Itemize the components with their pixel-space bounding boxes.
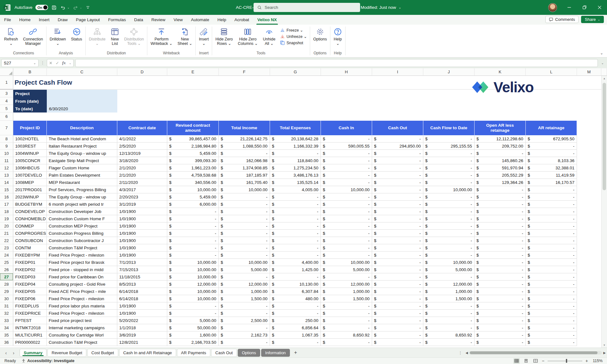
cell-amount[interactable]: $- [475, 252, 526, 259]
cell-description[interactable]: Internal marketing campaigns [47, 324, 117, 331]
cell-amount[interactable]: $- [372, 164, 423, 172]
cell-amount[interactable]: $- [270, 201, 321, 208]
cell-project-id[interactable]: 1002HOTEL [13, 135, 47, 143]
row-header-32[interactable]: 32 [0, 310, 13, 317]
cell-amount[interactable]: $- [526, 237, 577, 244]
new-sheet-button[interactable]: New Sheet ⌄ [175, 26, 195, 47]
cell-contract-date[interactable]: 11/18/2015 [117, 273, 167, 281]
cell-amount[interactable]: $- [321, 310, 372, 317]
cell-amount[interactable]: $- [475, 310, 526, 317]
cell-amount[interactable]: $- [372, 237, 423, 244]
cell-amount[interactable]: $- [372, 186, 423, 193]
row-header-21[interactable]: 21 [0, 230, 13, 237]
sheet-tab-options[interactable]: Options [238, 349, 260, 357]
cell-amount[interactable]: $- [526, 310, 577, 317]
cell-amount[interactable]: $10,000.00 [167, 273, 219, 281]
cell-amount[interactable]: $- [475, 186, 526, 193]
cell-amount[interactable]: $- [423, 324, 475, 331]
cell-amount[interactable]: $- [526, 186, 577, 193]
cell-amount[interactable]: $- [219, 244, 270, 252]
cell-contract-date[interactable]: 2/20/2023 [117, 193, 167, 201]
cell-project-id[interactable]: CONDEVELOP [13, 208, 47, 215]
cell-amount[interactable]: $- [423, 273, 475, 281]
zoom-slider-knob[interactable] [566, 359, 567, 363]
share-button[interactable]: Share ⌄ [581, 16, 604, 23]
search-input[interactable]: Search [254, 3, 360, 12]
perform-writeback-button[interactable]: Perform Writeback ⌄ [148, 26, 175, 47]
cell-amount[interactable]: $- [270, 273, 321, 281]
formula-input[interactable] [75, 59, 598, 67]
close-button[interactable] [592, 0, 607, 15]
cell-amount[interactable]: $- [321, 215, 372, 222]
cell-amount[interactable]: $- [372, 281, 423, 288]
cell-amount[interactable]: $- [167, 310, 219, 317]
cell-amount[interactable]: $- [372, 252, 423, 259]
cell-amount[interactable]: $250.00 [270, 317, 321, 324]
cell-amount[interactable]: $- [270, 222, 321, 230]
row-header-24[interactable]: 24 [0, 252, 13, 259]
cell-amount[interactable]: $1,500.00 [423, 295, 475, 302]
cell-amount[interactable]: $- [526, 222, 577, 230]
cell-amount[interactable]: $- [526, 259, 577, 266]
cell-amount[interactable]: $118,840.00 [270, 157, 321, 164]
cell-contract-date[interactable]: 2/5/2020 [117, 143, 167, 150]
cell-amount[interactable]: $- [423, 317, 475, 324]
cell-amount[interactable]: $- [526, 295, 577, 302]
row-header-29[interactable]: 29 [0, 288, 13, 295]
cell-amount[interactable]: $- [167, 222, 219, 230]
options-button[interactable]: Options [311, 26, 329, 43]
cell-project-id[interactable]: CONSUBCON [13, 237, 47, 244]
cell-amount[interactable]: $- [321, 222, 372, 230]
cell-amount[interactable]: $- [423, 310, 475, 317]
cell-amount[interactable]: $590,005.55 [321, 143, 372, 150]
cell-amount[interactable]: $- [423, 135, 475, 143]
cell-project-id[interactable]: MULTICURR1 [13, 331, 47, 339]
cell-amount[interactable]: $10,000.00 [219, 186, 270, 193]
cell-description[interactable]: Italian Restaurant Project [47, 143, 117, 150]
page-layout-view-icon[interactable] [523, 358, 529, 364]
cell-amount[interactable]: $205,552.29 [475, 172, 526, 179]
cell-amount[interactable]: $145,860.26 [475, 157, 526, 164]
ribbon-tab-review[interactable]: Review [147, 15, 169, 25]
row-header-14[interactable]: 14 [0, 179, 13, 186]
row-header-7[interactable]: 7 [0, 121, 13, 135]
cell-amount[interactable]: $- [423, 172, 475, 179]
modified-chevron-icon[interactable]: ⌄ [399, 6, 401, 9]
cell-description[interactable]: Eastgate Strip Mall Project [47, 157, 117, 164]
cell-description[interactable]: Fixed ACE Price Project - mile [47, 288, 117, 295]
cell-amount[interactable]: $- [475, 244, 526, 252]
cell-amount[interactable]: $20,138,642.28 [270, 135, 321, 143]
ribbon-tab-automate[interactable]: Automate [187, 15, 213, 25]
row-header-13[interactable]: 13 [0, 172, 13, 179]
cell-project-id[interactable]: INTMKT2018 [13, 324, 47, 331]
cell-amount[interactable]: $8,103.36 [526, 157, 577, 164]
cell-amount[interactable]: $- [219, 230, 270, 237]
cell-amount[interactable]: $- [372, 222, 423, 230]
cell-amount[interactable]: $295,155.55 [423, 143, 475, 150]
cell-amount[interactable]: $- [526, 150, 577, 157]
cell-description[interactable]: Fixed price labor plus materia [47, 302, 117, 310]
cell-amount[interactable]: $- [475, 317, 526, 324]
cell-amount[interactable]: $- [321, 237, 372, 244]
cell-amount[interactable]: $10,000.00 [167, 186, 219, 193]
cell-amount[interactable]: $2,500.00 [219, 317, 270, 324]
cell-amount[interactable]: $- [475, 273, 526, 281]
cell-amount[interactable]: $672,905.50 [526, 135, 577, 143]
cell-amount[interactable]: $- [475, 222, 526, 230]
cell-amount[interactable]: $1,374,908.85 [219, 164, 270, 172]
snapshot-button[interactable]: Snapshot [278, 40, 309, 46]
cell-amount[interactable]: $- [475, 295, 526, 302]
cell-amount[interactable]: $4,759,538.68 [167, 172, 219, 179]
cell-project-id[interactable]: 2023WINUP [13, 193, 47, 201]
cell-amount[interactable]: $- [423, 339, 475, 346]
cell-amount[interactable]: $- [475, 215, 526, 222]
cancel-entry-icon[interactable]: ✕ [49, 61, 52, 65]
help-button[interactable]: Help ⌄ [331, 26, 344, 47]
row-header-12[interactable]: 12 [0, 164, 13, 172]
cell-description[interactable]: Prof Services, Progress Billing [47, 186, 117, 193]
cell-amount[interactable]: $- [219, 324, 270, 331]
refresh-button[interactable]: Refresh ⌄ [2, 26, 20, 47]
cell-amount[interactable]: $- [167, 215, 219, 222]
cell-amount[interactable]: $1,000.00 [423, 288, 475, 295]
cell-amount[interactable]: $10,000.00 [321, 259, 372, 266]
